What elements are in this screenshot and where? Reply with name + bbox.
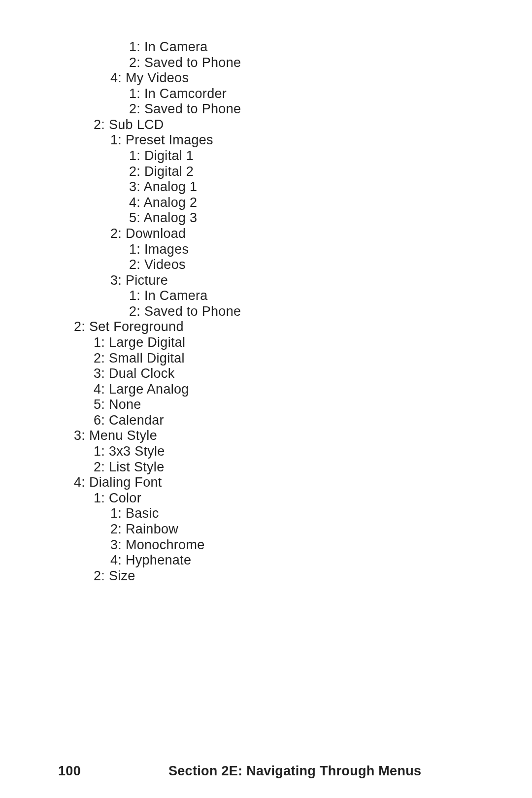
outline-line: 1: Large Digital — [74, 335, 241, 351]
section-title: Section 2E: Navigating Through Menus — [168, 764, 421, 779]
outline-line: 2: Saved to Phone — [74, 101, 241, 117]
outline-line: 1: Preset Images — [74, 133, 241, 148]
outline-line: 4: Hyphenate — [74, 553, 241, 568]
outline-line: 1: Digital 1 — [74, 148, 241, 164]
outline-line: 2: Rainbow — [74, 522, 241, 537]
outline-line: 2: Saved to Phone — [74, 55, 241, 71]
menu-outline: 1: In Camera2: Saved to Phone4: My Video… — [74, 39, 241, 584]
outline-line: 3: Dual Clock — [74, 366, 241, 382]
outline-line: 2: Small Digital — [74, 351, 241, 366]
outline-line: 2: Size — [74, 568, 241, 584]
outline-line: 2: List Style — [74, 460, 241, 475]
outline-line: 3: Analog 1 — [74, 179, 241, 195]
outline-line: 2: Set Foreground — [74, 319, 241, 335]
outline-line: 4: Large Analog — [74, 382, 241, 398]
outline-line: 1: Color — [74, 491, 241, 506]
outline-line: 3: Monochrome — [74, 537, 241, 553]
outline-line: 6: Calendar — [74, 413, 241, 429]
outline-line: 2: Digital 2 — [74, 164, 241, 180]
outline-line: 1: In Camcorder — [74, 86, 241, 102]
outline-line: 1: In Camera — [74, 288, 241, 304]
outline-line: 1: In Camera — [74, 39, 241, 55]
outline-line: 4: My Videos — [74, 70, 241, 86]
outline-line: 1: Basic — [74, 506, 241, 522]
page-number: 100 — [58, 764, 81, 779]
outline-line: 5: None — [74, 397, 241, 413]
outline-line: 4: Analog 2 — [74, 195, 241, 211]
outline-line: 3: Menu Style — [74, 428, 241, 444]
outline-line: 2: Saved to Phone — [74, 304, 241, 320]
outline-line: 1: 3x3 Style — [74, 444, 241, 460]
outline-line: 3: Picture — [74, 273, 241, 289]
outline-line: 4: Dialing Font — [74, 475, 241, 491]
outline-line: 5: Analog 3 — [74, 210, 241, 226]
outline-line: 2: Sub LCD — [74, 117, 241, 133]
outline-line: 2: Download — [74, 226, 241, 242]
outline-line: 1: Images — [74, 242, 241, 258]
outline-line: 2: Videos — [74, 257, 241, 273]
